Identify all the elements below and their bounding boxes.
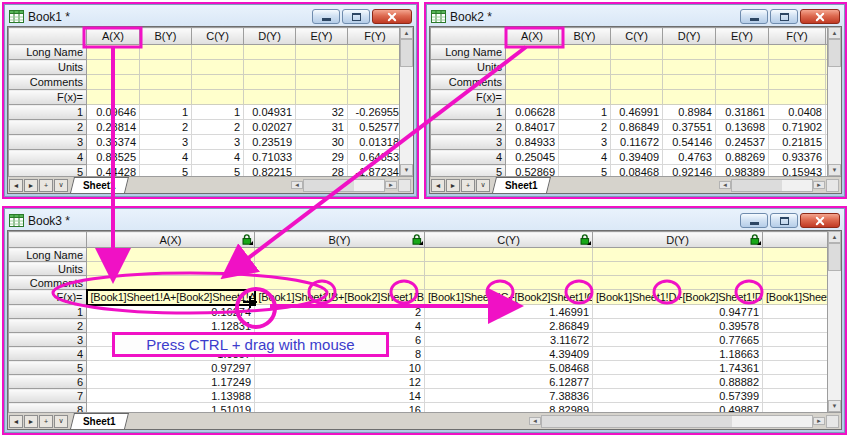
cell[interactable] [87, 276, 255, 290]
cell[interactable] [763, 389, 828, 403]
cell[interactable] [87, 60, 140, 75]
fx-cell[interactable] [244, 90, 296, 105]
cell[interactable]: 0.8984 [663, 105, 716, 120]
cell[interactable]: 32 [296, 105, 348, 120]
cell[interactable] [763, 248, 828, 262]
cell[interactable]: 1 [559, 105, 611, 120]
cell[interactable]: 0.97297 [87, 361, 255, 375]
row-label[interactable]: Units [431, 60, 506, 75]
sheet-list-button[interactable]: ∨ [54, 415, 68, 428]
row-label[interactable]: Long Name [431, 45, 506, 60]
row-header[interactable]: 5 [431, 165, 506, 177]
cell[interactable] [593, 248, 763, 262]
column-header[interactable] [763, 232, 828, 248]
resize-grip[interactable] [398, 179, 411, 192]
cell[interactable] [763, 262, 828, 276]
cell[interactable]: 3 [559, 135, 611, 150]
row-header[interactable]: 2 [9, 319, 87, 333]
cell[interactable]: 4 [255, 319, 425, 333]
lock-icon[interactable] [580, 234, 591, 246]
cell[interactable]: 0.02027 [244, 120, 296, 135]
row-header[interactable]: 5 [9, 361, 87, 375]
cell[interactable] [192, 60, 244, 75]
cell[interactable] [192, 75, 244, 90]
cell[interactable]: 16 [255, 403, 425, 413]
add-sheet-button[interactable]: + [39, 179, 53, 192]
cell[interactable]: 0.88882 [593, 375, 763, 389]
cell[interactable] [611, 75, 663, 90]
grid-corner[interactable] [9, 28, 87, 45]
column-header[interactable]: D(Y) [244, 28, 296, 45]
cell[interactable]: 0.84933 [506, 135, 559, 150]
cell[interactable]: -0.26955 [348, 105, 400, 120]
cell[interactable] [763, 347, 828, 361]
column-header[interactable]: B(Y) [255, 232, 425, 248]
cell[interactable] [348, 60, 400, 75]
row-header[interactable]: 3 [9, 333, 87, 347]
cell[interactable]: 10 [255, 361, 425, 375]
column-header[interactable]: D(Y) [663, 28, 716, 45]
column-header[interactable]: B(Y) [559, 28, 611, 45]
cell[interactable] [763, 403, 828, 413]
scroll-thumb[interactable] [828, 39, 841, 67]
cell[interactable]: 3.11672 [425, 333, 593, 347]
cell[interactable] [769, 45, 826, 60]
cell[interactable]: 0.64853 [348, 150, 400, 165]
row-label[interactable]: Comments [431, 75, 506, 90]
cell[interactable]: 1.18663 [593, 347, 763, 361]
cell[interactable] [506, 75, 559, 90]
cell[interactable] [348, 75, 400, 90]
cell[interactable] [663, 75, 716, 90]
cell[interactable] [348, 45, 400, 60]
lock-icon[interactable] [412, 234, 423, 246]
cell[interactable]: 2 [255, 305, 425, 319]
cell[interactable]: 0.15943 [769, 165, 826, 177]
cell[interactable]: 0.86849 [611, 120, 663, 135]
row-label[interactable]: F(x)= [9, 90, 87, 105]
cell[interactable]: 0.23519 [244, 135, 296, 150]
row-header[interactable]: 3 [9, 135, 87, 150]
row-header[interactable]: 7 [9, 389, 87, 403]
cell[interactable]: 0.71033 [244, 150, 296, 165]
cell[interactable]: 6.12877 [425, 375, 593, 389]
cell[interactable] [296, 75, 348, 90]
cell[interactable]: 0.49887 [593, 403, 763, 413]
row-label[interactable]: Comments [9, 276, 87, 290]
fx-cell[interactable]: [Book1]Sheet1!A+[Book2]Sheet1!A [87, 290, 255, 305]
column-header[interactable]: F(Y) [769, 28, 826, 45]
cell[interactable]: 0.84017 [506, 120, 559, 135]
close-button[interactable] [800, 213, 840, 228]
fx-cell[interactable] [663, 90, 716, 105]
cell[interactable] [192, 45, 244, 60]
minimize-button[interactable] [740, 213, 768, 228]
cell[interactable] [244, 60, 296, 75]
scroll-thumb[interactable] [828, 243, 841, 271]
row-label[interactable]: F(x)= [431, 90, 506, 105]
column-header[interactable] [826, 28, 828, 45]
cell[interactable] [87, 75, 140, 90]
cell[interactable]: 14 [255, 389, 425, 403]
scroll-track[interactable] [541, 415, 813, 428]
cell[interactable]: 0.88269 [716, 150, 769, 165]
scroll-track[interactable] [303, 179, 385, 192]
cell[interactable]: 0.39409 [611, 150, 663, 165]
cell[interactable] [296, 45, 348, 60]
cell[interactable]: 1 [192, 105, 244, 120]
cell[interactable]: 2 [140, 120, 192, 135]
row-label[interactable]: Units [9, 60, 87, 75]
cell[interactable] [87, 248, 255, 262]
cell[interactable] [296, 60, 348, 75]
scroll-down-icon[interactable]: ▼ [828, 400, 841, 412]
cell[interactable]: 1.12831 [87, 319, 255, 333]
row-header[interactable]: 3 [431, 135, 506, 150]
cell[interactable]: 2 [192, 120, 244, 135]
sheet-list-button[interactable]: ∨ [54, 179, 68, 192]
fx-cell[interactable] [192, 90, 244, 105]
cell[interactable]: 1.46991 [425, 305, 593, 319]
book1-titlebar[interactable]: Book1 * [7, 7, 414, 26]
fx-cell[interactable] [87, 90, 140, 105]
scroll-thumb[interactable] [400, 39, 413, 67]
grid-corner[interactable] [9, 232, 87, 248]
scroll-left-icon[interactable]: ◄ [719, 181, 731, 189]
cell[interactable]: 0.44428 [87, 165, 140, 177]
